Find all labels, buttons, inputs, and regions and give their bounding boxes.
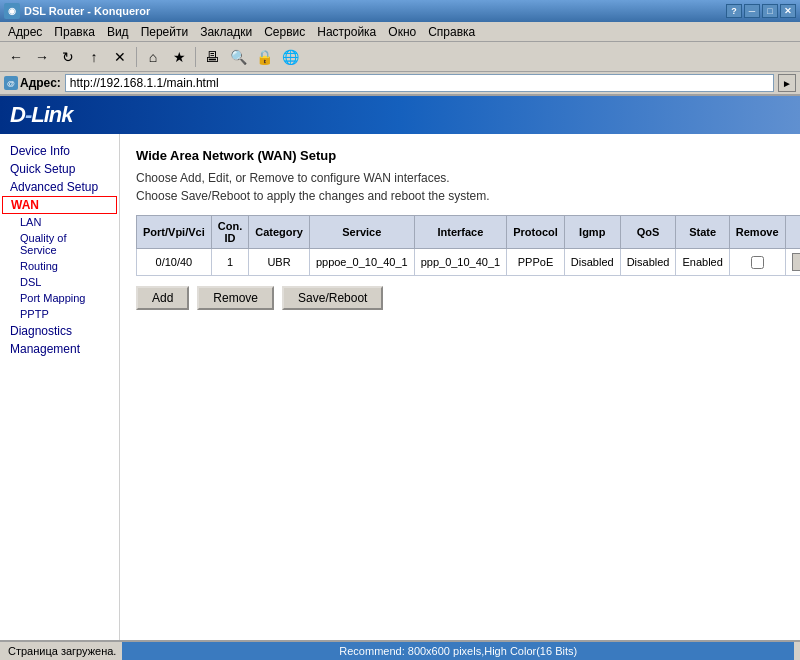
menu-spravka[interactable]: Справка (422, 24, 481, 40)
main-content: Wide Area Network (WAN) Setup Choose Add… (120, 134, 800, 640)
col-protocol: Protocol (507, 216, 565, 249)
up-button[interactable]: ↑ (82, 45, 106, 69)
toolbar: ← → ↻ ↑ ✕ ⌂ ★ 🖶 🔍 🔒 🌐 (0, 42, 800, 72)
reload-button[interactable]: ↻ (56, 45, 80, 69)
dlink-header: D-Link (0, 96, 800, 134)
window-controls: ? ─ □ ✕ (726, 4, 796, 18)
lock-icon[interactable]: 🔒 (252, 45, 276, 69)
col-igmp: Igmp (564, 216, 620, 249)
menu-vid[interactable]: Вид (101, 24, 135, 40)
bookmark-button[interactable]: ★ (167, 45, 191, 69)
cell-port: 0/10/40 (137, 249, 212, 276)
remove-checkbox[interactable] (751, 256, 764, 269)
cell-state: Enabled (676, 249, 729, 276)
content-area: Device Info Quick Setup Advanced Setup W… (0, 134, 800, 640)
menu-pereiti[interactable]: Перейти (135, 24, 195, 40)
sidebar-item-management[interactable]: Management (0, 340, 119, 358)
cell-edit[interactable]: Edit (785, 249, 800, 276)
col-service: Service (309, 216, 414, 249)
address-bar: @ Адрес: ► (0, 72, 800, 96)
cell-remove[interactable] (729, 249, 785, 276)
toolbar-separator-2 (195, 47, 196, 67)
sidebar-item-wan[interactable]: WAN (2, 196, 117, 214)
menu-adres[interactable]: Адрес (2, 24, 48, 40)
cell-qos: Disabled (620, 249, 676, 276)
sidebar-item-routing[interactable]: Routing (0, 258, 119, 274)
menu-servis[interactable]: Сервис (258, 24, 311, 40)
dlink-logo: D-Link (10, 102, 72, 128)
back-button[interactable]: ← (4, 45, 28, 69)
cell-igmp: Disabled (564, 249, 620, 276)
title-bar: ◉ DSL Router - Konqueror ? ─ □ ✕ (0, 0, 800, 22)
col-interface: Interface (414, 216, 507, 249)
go-button[interactable]: ► (778, 74, 796, 92)
page-desc-1: Choose Add, Edit, or Remove to configure… (136, 171, 784, 185)
col-port: Port/Vpi/Vci (137, 216, 212, 249)
cell-category: UBR (249, 249, 310, 276)
wan-table: Port/Vpi/Vci Con. ID Category Service In… (136, 215, 800, 276)
sidebar-item-dsl[interactable]: DSL (0, 274, 119, 290)
action-buttons: Add Remove Save/Reboot (136, 286, 784, 310)
main-window: D-Link Device Info Quick Setup Advanced … (0, 96, 800, 640)
status-left: Страница загружена. (4, 645, 120, 657)
search-icon[interactable]: 🔍 (226, 45, 250, 69)
sidebar-item-quick-setup[interactable]: Quick Setup (0, 160, 119, 178)
col-edit: Edit (785, 216, 800, 249)
menu-okno[interactable]: Окно (382, 24, 422, 40)
print-button[interactable]: 🖶 (200, 45, 224, 69)
sidebar-item-lan[interactable]: LAN (0, 214, 119, 230)
cell-interface: ppp_0_10_40_1 (414, 249, 507, 276)
cell-con-id: 1 (211, 249, 248, 276)
sidebar-item-device-info[interactable]: Device Info (0, 142, 119, 160)
network-icon[interactable]: 🌐 (278, 45, 302, 69)
col-qos: QoS (620, 216, 676, 249)
home-button[interactable]: ⌂ (141, 45, 165, 69)
menu-bar: Адрес Правка Вид Перейти Закладки Сервис… (0, 22, 800, 42)
forward-button[interactable]: → (30, 45, 54, 69)
sidebar-item-port-mapping[interactable]: Port Mapping (0, 290, 119, 306)
sidebar-item-advanced-setup[interactable]: Advanced Setup (0, 178, 119, 196)
sidebar: Device Info Quick Setup Advanced Setup W… (0, 134, 120, 640)
address-label: @ Адрес: (4, 76, 61, 90)
address-input[interactable] (65, 74, 774, 92)
help-button[interactable]: ? (726, 4, 742, 18)
col-state: State (676, 216, 729, 249)
page-desc-2: Choose Save/Reboot to apply the changes … (136, 189, 784, 203)
table-row: 0/10/40 1 UBR pppoe_0_10_40_1 ppp_0_10_4… (137, 249, 801, 276)
menu-nastroika[interactable]: Настройка (311, 24, 382, 40)
remove-button[interactable]: Remove (197, 286, 274, 310)
cell-protocol: PPPoE (507, 249, 565, 276)
status-center: Recommend: 800x600 pixels,High Color(16 … (122, 642, 794, 660)
status-bar: Страница загружена. Recommend: 800x600 p… (0, 640, 800, 660)
cell-service: pppoe_0_10_40_1 (309, 249, 414, 276)
sidebar-item-quality-of-service[interactable]: Quality of Service (0, 230, 119, 258)
add-button[interactable]: Add (136, 286, 189, 310)
stop-button[interactable]: ✕ (108, 45, 132, 69)
minimize-button[interactable]: ─ (744, 4, 760, 18)
maximize-button[interactable]: □ (762, 4, 778, 18)
edit-button[interactable]: Edit (792, 253, 800, 271)
col-con-id: Con. ID (211, 216, 248, 249)
menu-zakladki[interactable]: Закладки (194, 24, 258, 40)
col-category: Category (249, 216, 310, 249)
sidebar-item-pptp[interactable]: PPTP (0, 306, 119, 322)
close-button[interactable]: ✕ (780, 4, 796, 18)
save-reboot-button[interactable]: Save/Reboot (282, 286, 383, 310)
address-icon: @ (4, 76, 18, 90)
toolbar-separator (136, 47, 137, 67)
window-title: DSL Router - Konqueror (24, 5, 150, 17)
menu-pravka[interactable]: Правка (48, 24, 101, 40)
sidebar-item-diagnostics[interactable]: Diagnostics (0, 322, 119, 340)
app-icon: ◉ (4, 3, 20, 19)
col-remove: Remove (729, 216, 785, 249)
page-title: Wide Area Network (WAN) Setup (136, 148, 784, 163)
